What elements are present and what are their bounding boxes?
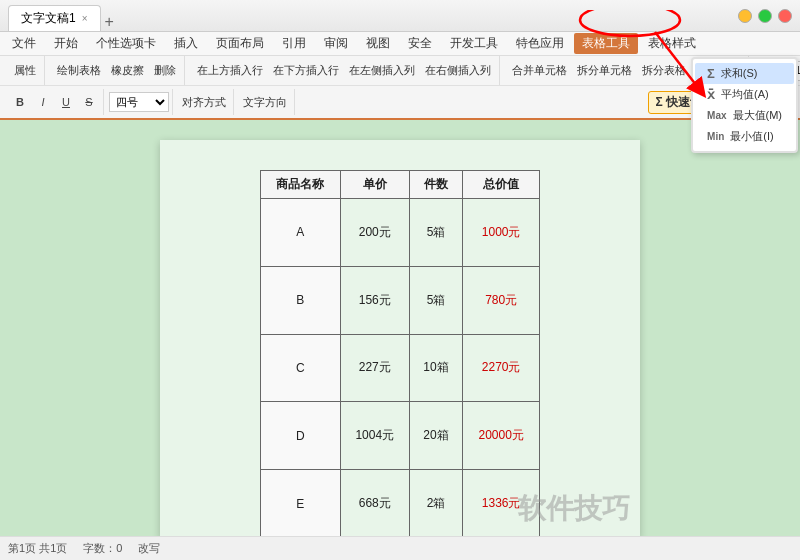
col-header-qty: 件数	[409, 171, 463, 199]
word-count: 字数：0	[83, 541, 122, 556]
menu-table-style[interactable]: 表格样式	[640, 33, 704, 54]
document-tab[interactable]: 文字文稿1 ×	[8, 5, 101, 31]
cell-total-1: 780元	[463, 266, 540, 334]
italic-btn[interactable]: I	[32, 91, 54, 113]
text-direction-btn[interactable]: 文字方向	[239, 93, 291, 112]
underline-btn[interactable]: U	[55, 91, 77, 113]
cell-name-2: C	[261, 334, 341, 402]
min-icon: Min	[707, 131, 724, 142]
draw-table-btn[interactable]: 绘制表格	[53, 61, 105, 80]
cell-qty-3: 20箱	[409, 402, 463, 470]
document-area: 商品名称 单价 件数 总价值 A 200元 5箱 1000元 B 156元 5箱	[0, 120, 800, 538]
qc-sum-item[interactable]: Σ 求和(S)	[695, 63, 794, 84]
menu-view[interactable]: 视图	[358, 33, 398, 54]
toolbar-row2: B I U S 四号三号五号 对齐方式 文字方向 Σ 快速计算 合成	[0, 86, 800, 118]
document-page: 商品名称 单价 件数 总价值 A 200元 5箱 1000元 B 156元 5箱	[160, 140, 640, 538]
qc-max-label: 最大值(M)	[733, 108, 783, 123]
qc-min-label: 最小值(I)	[730, 129, 773, 144]
merge-cells-btn[interactable]: 合并单元格	[508, 61, 571, 80]
page-info: 第1页 共1页	[8, 541, 67, 556]
menu-bar: 文件 开始 个性选项卡 插入 页面布局 引用 审阅 视图 安全 开发工具 特色应…	[0, 32, 800, 56]
menu-home[interactable]: 开始	[46, 33, 86, 54]
cell-price-4: 668元	[340, 470, 409, 538]
toolbar-container: 属性 绘制表格 橡皮擦 删除 在上方插入行 在下方插入行 在左侧插入列 在右侧插…	[0, 56, 800, 120]
split-table-btn[interactable]: 拆分表格	[638, 61, 690, 80]
quick-calc-icon: Σ	[655, 95, 662, 109]
cell-name-3: D	[261, 402, 341, 470]
eraser-btn[interactable]: 橡皮擦	[107, 61, 148, 80]
menu-customize[interactable]: 个性选项卡	[88, 33, 164, 54]
qc-avg-item[interactable]: x̄ 平均值(A)	[695, 84, 794, 105]
insert-row-above-btn[interactable]: 在上方插入行	[193, 61, 267, 80]
maximize-button[interactable]	[758, 9, 772, 23]
group-align: 对齐方式	[175, 89, 234, 115]
table-row: E 668元 2箱 1336元	[261, 470, 540, 538]
cell-qty-0: 5箱	[409, 199, 463, 267]
title-bar: 文字文稿1 × +	[0, 0, 800, 32]
data-table: 商品名称 单价 件数 总价值 A 200元 5箱 1000元 B 156元 5箱	[260, 170, 540, 538]
max-icon: Max	[707, 110, 726, 121]
menu-page-layout[interactable]: 页面布局	[208, 33, 272, 54]
cell-qty-4: 2箱	[409, 470, 463, 538]
col-header-price: 单价	[340, 171, 409, 199]
table-row: D 1004元 20箱 20000元	[261, 402, 540, 470]
group-text-dir: 文字方向	[236, 89, 295, 115]
font-size-select[interactable]: 四号三号五号	[109, 92, 169, 112]
tab-label: 文字文稿1	[21, 10, 76, 27]
cell-price-1: 156元	[340, 266, 409, 334]
toolbar-row1: 属性 绘制表格 橡皮擦 删除 在上方插入行 在下方插入行 在左侧插入列 在右侧插…	[0, 56, 800, 86]
cell-qty-2: 10箱	[409, 334, 463, 402]
input-mode: 改写	[138, 541, 160, 556]
menu-table-tools[interactable]: 表格工具	[574, 33, 638, 54]
qc-min-item[interactable]: Min 最小值(I)	[695, 126, 794, 147]
minimize-button[interactable]	[738, 9, 752, 23]
menu-file[interactable]: 文件	[4, 33, 44, 54]
delete-btn[interactable]: 删除	[150, 61, 180, 80]
cell-price-0: 200元	[340, 199, 409, 267]
cell-total-0: 1000元	[463, 199, 540, 267]
strikethrough-btn[interactable]: S	[78, 91, 100, 113]
window-controls	[738, 9, 792, 23]
section-insert: 在上方插入行 在下方插入行 在左侧插入列 在右侧插入列	[189, 56, 500, 85]
bold-btn[interactable]: B	[9, 91, 31, 113]
menu-review[interactable]: 审阅	[316, 33, 356, 54]
tab-close-icon[interactable]: ×	[82, 13, 88, 24]
col-header-name: 商品名称	[261, 171, 341, 199]
cell-total-3: 20000元	[463, 402, 540, 470]
cell-price-2: 227元	[340, 334, 409, 402]
status-bar: 第1页 共1页 字数：0 改写	[0, 536, 800, 560]
col-header-total: 总价值	[463, 171, 540, 199]
table-header-row: 商品名称 单价 件数 总价值	[261, 171, 540, 199]
menu-references[interactable]: 引用	[274, 33, 314, 54]
align-mode-btn[interactable]: 对齐方式	[178, 93, 230, 112]
menu-developer[interactable]: 开发工具	[442, 33, 506, 54]
cell-total-2: 2270元	[463, 334, 540, 402]
cell-name-4: E	[261, 470, 341, 538]
cell-name-0: A	[261, 199, 341, 267]
menu-special[interactable]: 特色应用	[508, 33, 572, 54]
cell-qty-1: 5箱	[409, 266, 463, 334]
table-row: A 200元 5箱 1000元	[261, 199, 540, 267]
close-button[interactable]	[778, 9, 792, 23]
avg-icon: x̄	[707, 87, 715, 102]
qc-avg-label: 平均值(A)	[721, 87, 769, 102]
table-row: C 227元 10箱 2270元	[261, 334, 540, 402]
cell-name-1: B	[261, 266, 341, 334]
section-draw: 绘制表格 橡皮擦 删除	[49, 56, 185, 85]
qc-max-item[interactable]: Max 最大值(M)	[695, 105, 794, 126]
properties-btn[interactable]: 属性	[10, 61, 40, 80]
insert-row-below-btn[interactable]: 在下方插入行	[269, 61, 343, 80]
insert-col-right-btn[interactable]: 在右侧插入列	[421, 61, 495, 80]
new-tab-button[interactable]: +	[105, 13, 114, 31]
cell-total-4: 1336元	[463, 470, 540, 538]
menu-security[interactable]: 安全	[400, 33, 440, 54]
group-font: B I U S	[6, 89, 104, 115]
group-font-size: 四号三号五号	[106, 89, 173, 115]
tab-area: 文字文稿1 × +	[8, 0, 114, 31]
quick-calc-panel: Σ 求和(S) x̄ 平均值(A) Max 最大值(M) Min 最小值(I)	[691, 57, 798, 153]
insert-col-left-btn[interactable]: 在左侧插入列	[345, 61, 419, 80]
split-cells-btn[interactable]: 拆分单元格	[573, 61, 636, 80]
menu-insert[interactable]: 插入	[166, 33, 206, 54]
cell-price-3: 1004元	[340, 402, 409, 470]
section-properties: 属性	[6, 56, 45, 85]
